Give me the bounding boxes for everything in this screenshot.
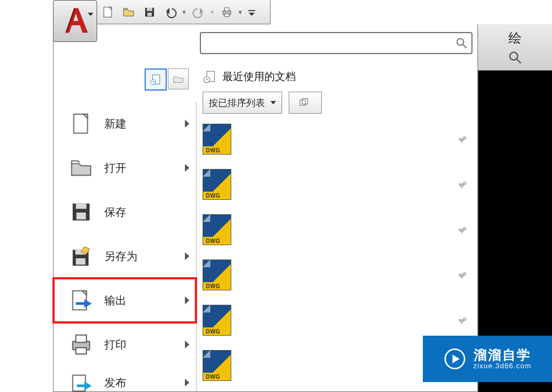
publish-icon [68,369,94,392]
pin-icon[interactable] [457,269,469,281]
recent-document-name [239,127,327,151]
menu-item-label: 输出 [104,293,175,308]
preview-size-icon [298,97,309,108]
qat-undo-icon[interactable] [161,4,180,20]
svg-rect-9 [225,14,229,17]
qat-new-icon[interactable] [98,4,117,20]
menu-item-open[interactable]: 打开 [54,146,196,190]
qat-open-icon[interactable] [119,4,138,20]
recent-documents-title: 最近使用的文档 [222,70,296,84]
recent-document-name [239,218,427,242]
submenu-arrow-icon [185,164,189,172]
qat-undo-more-icon[interactable]: ▼ [181,9,187,15]
sort-dropdown-label: 按已排序列表 [209,97,265,109]
submenu-arrow-icon [185,341,189,348]
svg-point-41 [510,52,518,60]
dwg-file-icon: DWG [203,214,231,245]
submenu-arrow-icon [185,379,189,386]
svg-marker-35 [84,299,92,308]
submenu-arrow-icon [185,252,189,260]
preview-size-dropdown[interactable] [289,92,322,114]
sort-dropdown[interactable]: 按已排序列表 [203,92,282,114]
recent-document-item[interactable]: DWG [203,214,474,245]
qat-save-icon[interactable] [140,4,159,20]
watermark-play-icon [443,347,466,370]
dwg-file-icon: DWG [203,350,231,381]
menu-search [200,32,473,54]
watermark-title: 溜溜自学 [474,347,531,363]
menu-item-print[interactable]: 打印 [54,322,196,367]
submenu-arrow-icon [185,120,189,128]
svg-rect-39 [73,375,86,391]
pin-icon[interactable] [457,314,469,326]
svg-rect-18 [300,100,305,105]
new-file-icon [68,110,94,137]
search-icon[interactable] [455,36,468,50]
pin-icon[interactable] [457,178,469,190]
watermark-logo: 溜溜自学 zixue.3d66.com [423,336,552,382]
menu-item-new[interactable]: 新建 [54,102,196,146]
recent-document-name [239,353,383,378]
svg-rect-37 [76,335,86,342]
chevron-down-icon [270,101,276,104]
svg-point-22 [463,227,466,230]
svg-line-42 [517,60,521,63]
watermark-url: zixue.3d66.com [473,362,531,370]
application-menu-panel: 最近使用的文档 按已排序列表 DWG [53,24,478,392]
save-disk-icon [68,199,94,225]
svg-point-21 [463,182,466,185]
export-icon [68,287,94,314]
recent-sort-row: 按已排序列表 [203,92,474,114]
menu-item-saveas[interactable]: 另存为 [54,234,196,278]
application-menu-button[interactable] [53,0,97,42]
dwg-file-icon: DWG [203,124,231,155]
qat-redo-icon[interactable] [189,4,208,20]
ribbon-right-area: 绘 [478,24,552,71]
svg-line-13 [463,45,466,48]
pin-icon[interactable] [457,224,469,236]
svg-rect-38 [76,348,86,354]
recent-document-item[interactable]: DWG [203,124,474,155]
recent-document-item[interactable]: DWG [203,169,474,200]
recent-document-item[interactable]: DWG [203,305,474,336]
qat-customize-icon[interactable] [246,4,258,20]
qat-print-more-icon[interactable]: ▼ [237,9,243,15]
menu-item-export[interactable]: 输出 [54,278,196,322]
recent-document-name [239,263,349,287]
svg-rect-19 [302,99,308,104]
menu-item-label: 打印 [104,337,175,352]
svg-rect-32 [76,258,85,265]
svg-rect-28 [76,204,86,209]
recent-view-icon[interactable] [145,68,167,91]
recent-document-item[interactable]: DWG [203,259,474,290]
menu-item-save[interactable]: 保存 [54,190,196,234]
menu-item-label: 另存为 [104,249,175,264]
svg-marker-11 [248,12,254,15]
svg-point-12 [457,39,464,45]
menu-item-label: 发布 [104,375,175,390]
submenu-arrow-icon [185,296,189,304]
svg-point-20 [463,136,466,140]
recent-document-name [239,308,289,332]
svg-rect-8 [225,8,229,11]
qat-redo-more-icon[interactable]: ▼ [209,9,215,15]
recent-header-icon [203,70,217,84]
qat-print-icon[interactable] [217,4,236,20]
menu-view-toggle [145,68,189,91]
dwg-file-icon: DWG [203,259,231,290]
svg-rect-3 [147,8,152,11]
search-box-icon[interactable] [507,50,523,65]
svg-point-24 [463,317,466,321]
svg-point-23 [463,272,466,276]
menu-item-label: 新建 [104,116,175,131]
svg-rect-29 [76,213,86,219]
ribbon-tab-label[interactable]: 绘 [508,29,522,47]
menu-item-publish[interactable]: 发布 [54,367,196,392]
pin-icon[interactable] [457,133,469,145]
menu-search-input[interactable] [200,32,473,54]
menu-item-label: 保存 [104,205,189,220]
open-folder-icon [68,155,94,181]
save-as-icon [68,243,94,269]
open-docs-view-icon[interactable] [168,68,189,89]
svg-marker-44 [453,354,460,363]
